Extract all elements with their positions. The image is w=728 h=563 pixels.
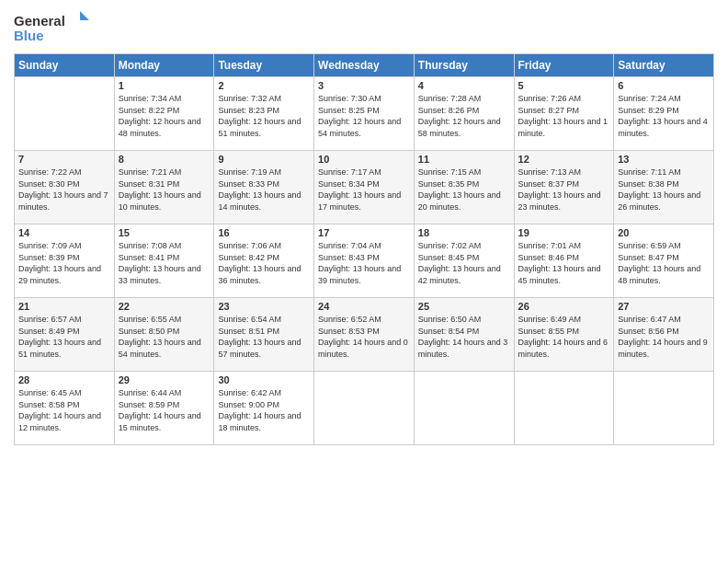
day-info: Sunrise: 7:11 AMSunset: 8:38 PMDaylight:… (618, 167, 710, 213)
day-number: 2 (218, 80, 310, 91)
header: General Blue (14, 9, 714, 46)
day-number: 27 (618, 301, 710, 312)
calendar-cell: 8Sunrise: 7:21 AMSunset: 8:31 PMDaylight… (114, 151, 214, 224)
day-info: Sunrise: 7:32 AMSunset: 8:23 PMDaylight:… (218, 93, 310, 139)
calendar-cell: 23Sunrise: 6:54 AMSunset: 8:51 PMDayligh… (214, 298, 314, 372)
day-info: Sunrise: 6:45 AMSunset: 8:58 PMDaylight:… (18, 387, 110, 433)
day-info: Sunrise: 6:52 AMSunset: 8:53 PMDaylight:… (318, 314, 410, 360)
day-info: Sunrise: 7:17 AMSunset: 8:34 PMDaylight:… (318, 167, 410, 213)
day-info: Sunrise: 7:30 AMSunset: 8:25 PMDaylight:… (318, 93, 410, 139)
calendar-cell: 5Sunrise: 7:26 AMSunset: 8:27 PMDaylight… (514, 77, 614, 151)
header-row: SundayMondayTuesdayWednesdayThursdayFrid… (15, 54, 714, 77)
calendar-cell: 1Sunrise: 7:34 AMSunset: 8:22 PMDaylight… (114, 77, 214, 151)
day-number: 17 (318, 227, 410, 238)
col-header-friday: Friday (514, 54, 614, 77)
day-info: Sunrise: 7:02 AMSunset: 8:45 PMDaylight:… (418, 240, 510, 286)
calendar-cell: 21Sunrise: 6:57 AMSunset: 8:49 PMDayligh… (15, 298, 115, 372)
day-info: Sunrise: 6:49 AMSunset: 8:55 PMDaylight:… (518, 314, 610, 360)
day-info: Sunrise: 6:57 AMSunset: 8:49 PMDaylight:… (18, 314, 110, 360)
day-info: Sunrise: 6:59 AMSunset: 8:47 PMDaylight:… (618, 240, 710, 286)
day-number: 9 (218, 154, 310, 165)
day-info: Sunrise: 7:13 AMSunset: 8:37 PMDaylight:… (518, 167, 610, 213)
day-info: Sunrise: 7:04 AMSunset: 8:43 PMDaylight:… (318, 240, 410, 286)
calendar-cell: 28Sunrise: 6:45 AMSunset: 8:58 PMDayligh… (15, 372, 115, 445)
day-number: 29 (119, 374, 210, 385)
week-row-3: 14Sunrise: 7:09 AMSunset: 8:39 PMDayligh… (15, 224, 714, 298)
day-info: Sunrise: 7:34 AMSunset: 8:22 PMDaylight:… (119, 93, 210, 139)
day-number: 6 (618, 80, 710, 91)
calendar-cell (15, 77, 115, 151)
day-number: 19 (518, 227, 610, 238)
day-number: 12 (518, 154, 610, 165)
calendar-cell: 14Sunrise: 7:09 AMSunset: 8:39 PMDayligh… (15, 224, 115, 298)
svg-text:Blue: Blue (14, 28, 44, 43)
day-info: Sunrise: 7:26 AMSunset: 8:27 PMDaylight:… (518, 93, 610, 139)
calendar-cell: 9Sunrise: 7:19 AMSunset: 8:33 PMDaylight… (214, 151, 314, 224)
calendar-cell: 26Sunrise: 6:49 AMSunset: 8:55 PMDayligh… (514, 298, 614, 372)
day-info: Sunrise: 7:06 AMSunset: 8:42 PMDaylight:… (218, 240, 310, 286)
calendar-cell: 24Sunrise: 6:52 AMSunset: 8:53 PMDayligh… (314, 298, 415, 372)
day-info: Sunrise: 7:24 AMSunset: 8:29 PMDaylight:… (618, 93, 710, 139)
day-number: 8 (119, 154, 210, 165)
day-info: Sunrise: 7:01 AMSunset: 8:46 PMDaylight:… (518, 240, 610, 286)
day-number: 21 (18, 301, 110, 312)
day-number: 10 (318, 154, 410, 165)
week-row-4: 21Sunrise: 6:57 AMSunset: 8:49 PMDayligh… (15, 298, 714, 372)
calendar-cell: 20Sunrise: 6:59 AMSunset: 8:47 PMDayligh… (614, 224, 714, 298)
day-info: Sunrise: 7:22 AMSunset: 8:30 PMDaylight:… (18, 167, 110, 213)
day-info: Sunrise: 6:55 AMSunset: 8:50 PMDaylight:… (119, 314, 210, 360)
calendar-cell: 4Sunrise: 7:28 AMSunset: 8:26 PMDaylight… (414, 77, 514, 151)
day-number: 26 (518, 301, 610, 312)
day-info: Sunrise: 6:47 AMSunset: 8:56 PMDaylight:… (618, 314, 710, 360)
calendar-cell (614, 372, 714, 445)
svg-text:General: General (14, 13, 65, 29)
day-info: Sunrise: 7:28 AMSunset: 8:26 PMDaylight:… (418, 93, 510, 139)
day-info: Sunrise: 7:21 AMSunset: 8:31 PMDaylight:… (119, 167, 210, 213)
calendar-cell: 30Sunrise: 6:42 AMSunset: 9:00 PMDayligh… (214, 372, 314, 445)
day-number: 11 (418, 154, 510, 165)
calendar-cell (414, 372, 514, 445)
logo: General Blue (14, 9, 97, 46)
calendar-table: SundayMondayTuesdayWednesdayThursdayFrid… (14, 53, 714, 445)
col-header-saturday: Saturday (614, 54, 714, 77)
day-number: 20 (618, 227, 710, 238)
week-row-5: 28Sunrise: 6:45 AMSunset: 8:58 PMDayligh… (15, 372, 714, 445)
col-header-thursday: Thursday (414, 54, 514, 77)
logo-svg: General Blue (14, 9, 97, 46)
col-header-tuesday: Tuesday (214, 54, 314, 77)
calendar-cell: 18Sunrise: 7:02 AMSunset: 8:45 PMDayligh… (414, 224, 514, 298)
day-info: Sunrise: 7:08 AMSunset: 8:41 PMDaylight:… (119, 240, 210, 286)
calendar-cell (514, 372, 614, 445)
day-number: 1 (119, 80, 210, 91)
svg-marker-2 (80, 11, 89, 20)
day-number: 24 (318, 301, 410, 312)
day-info: Sunrise: 6:54 AMSunset: 8:51 PMDaylight:… (218, 314, 310, 360)
calendar-cell: 27Sunrise: 6:47 AMSunset: 8:56 PMDayligh… (614, 298, 714, 372)
calendar-cell: 10Sunrise: 7:17 AMSunset: 8:34 PMDayligh… (314, 151, 415, 224)
day-number: 22 (119, 301, 210, 312)
day-number: 3 (318, 80, 410, 91)
calendar-cell: 19Sunrise: 7:01 AMSunset: 8:46 PMDayligh… (514, 224, 614, 298)
day-info: Sunrise: 6:44 AMSunset: 8:59 PMDaylight:… (119, 387, 210, 433)
day-number: 28 (18, 374, 110, 385)
calendar-cell: 17Sunrise: 7:04 AMSunset: 8:43 PMDayligh… (314, 224, 415, 298)
calendar-cell: 29Sunrise: 6:44 AMSunset: 8:59 PMDayligh… (114, 372, 214, 445)
calendar-cell: 11Sunrise: 7:15 AMSunset: 8:35 PMDayligh… (414, 151, 514, 224)
calendar-cell: 7Sunrise: 7:22 AMSunset: 8:30 PMDaylight… (15, 151, 115, 224)
calendar-cell: 15Sunrise: 7:08 AMSunset: 8:41 PMDayligh… (114, 224, 214, 298)
day-number: 16 (218, 227, 310, 238)
calendar-cell: 22Sunrise: 6:55 AMSunset: 8:50 PMDayligh… (114, 298, 214, 372)
day-info: Sunrise: 6:50 AMSunset: 8:54 PMDaylight:… (418, 314, 510, 360)
day-number: 4 (418, 80, 510, 91)
day-info: Sunrise: 6:42 AMSunset: 9:00 PMDaylight:… (218, 387, 310, 433)
calendar-cell (314, 372, 415, 445)
col-header-wednesday: Wednesday (314, 54, 415, 77)
day-number: 15 (119, 227, 210, 238)
day-info: Sunrise: 7:19 AMSunset: 8:33 PMDaylight:… (218, 167, 310, 213)
calendar-cell: 2Sunrise: 7:32 AMSunset: 8:23 PMDaylight… (214, 77, 314, 151)
calendar-cell: 6Sunrise: 7:24 AMSunset: 8:29 PMDaylight… (614, 77, 714, 151)
calendar-cell: 13Sunrise: 7:11 AMSunset: 8:38 PMDayligh… (614, 151, 714, 224)
day-info: Sunrise: 7:09 AMSunset: 8:39 PMDaylight:… (18, 240, 110, 286)
page-container: General Blue SundayMondayTuesdayWednesda… (0, 0, 728, 454)
day-number: 30 (218, 374, 310, 385)
